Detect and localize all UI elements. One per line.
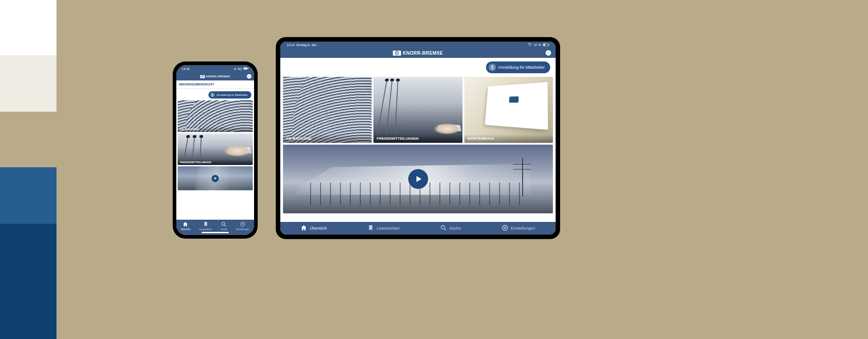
brand-name: KNORR-BREMSE [206,75,230,78]
svg-point-16 [548,52,548,53]
svg-point-6 [250,76,250,76]
tab-suche[interactable]: Suche [221,221,227,231]
tablet-tab-bar: Übersicht Lesezeichen Suche Einstellunge… [280,222,556,235]
phone-app-header: KNORR-BREMSE [176,72,254,80]
tile-woerterbuch[interactable]: WÖRTERBUCH [464,77,553,143]
tab-lesezeichen[interactable]: Lesezeichen [368,225,400,232]
svg-point-8 [222,222,225,226]
tablet-app-header: KNORR-BREMSE [280,48,556,58]
login-row: Anmeldung für Mitarbeiter [282,58,554,77]
tile-pressemitteilungen[interactable]: PRESSEMITTEILUNGEN [178,133,253,165]
home-icon [301,225,307,232]
tab-label: Suche [221,228,227,231]
svg-point-18 [491,66,493,67]
battery-icon [543,43,549,47]
brand-logo-icon [509,96,519,103]
tile-kb-magazine[interactable]: KB MAGAZINE [178,100,253,132]
tablet-content: Anmeldung für Mitarbeiter KB MAGAZINE PR… [280,58,556,222]
tablet-status-date: Montag 8. Jan. [296,43,317,47]
tile-pressemitteilungen[interactable]: PRESSEMITTEILUNGEN [373,77,462,143]
svg-point-10 [529,45,530,46]
svg-point-19 [512,98,516,101]
svg-point-20 [441,226,445,229]
tile-label: WÖRTERBUCH [464,134,553,143]
tile-video[interactable] [283,145,553,213]
tab-label: Übersicht [181,228,190,231]
phone-content: MEDIENÜBERSICHT Anmeldung für Mitarbeite… [176,80,254,220]
login-row: Anmeldung für Mitarbeiter [176,89,254,100]
login-label: Anmeldung für Mitarbeiter [217,94,248,96]
tablet-status-bar: 13:14 Montag 8. Jan. 37 % [280,42,556,48]
tab-label: Einstellungen [511,226,535,231]
bg-block-blue-dark [0,224,57,339]
phone-status-signal-icon: ııl [234,67,236,71]
phone-status-bar: 14:16 ııl 5G [176,65,254,72]
tablet-device-frame: 13:14 Montag 8. Jan. 37 % KNORR-BREMSE A… [276,37,560,239]
phone-tab-bar: Übersicht Lesezeichen Suche Einstellunge… [176,220,254,235]
tile-video[interactable] [178,166,253,190]
tab-lesezeichen[interactable]: Lesezeichen [199,221,212,231]
brand-logo: KNORR-BREMSE [393,51,443,56]
settings-icon [502,225,508,232]
phone-screen: 14:16 ııl 5G KNORR-BREMSE MEDIENÜBERSICH… [176,65,254,235]
wifi-icon [528,43,532,47]
brand-logo-icon [200,75,205,78]
brand-logo: KNORR-BREMSE [200,75,230,78]
play-icon [408,169,428,189]
search-icon [221,221,226,227]
tablet-screen: 13:14 Montag 8. Jan. 37 % KNORR-BREMSE A… [280,42,556,235]
tile-label: PRESSEMITTEILUNGEN [178,160,253,165]
tab-uebersicht[interactable]: Übersicht [301,225,327,232]
svg-rect-13 [548,44,549,45]
svg-rect-2 [248,68,248,69]
svg-rect-1 [244,68,247,69]
tab-label: Lesezeichen [377,226,400,231]
more-button[interactable] [546,50,551,56]
phone-status-network: 5G [238,67,242,71]
employee-login-button[interactable]: Anmeldung für Mitarbeiter [208,91,251,99]
user-icon [210,93,215,97]
tablet-status-battery: 37 % [534,43,541,47]
tab-label: Lesezeichen [199,228,212,231]
phone-device-frame: 14:16 ııl 5G KNORR-BREMSE MEDIENÜBERSICH… [173,61,258,239]
svg-point-22 [504,227,506,229]
bg-block-blue-mid [0,167,57,224]
tile-kb-magazine[interactable]: KB MAGAZINE [283,77,372,143]
battery-icon [243,67,249,71]
brand-logo-icon [393,51,401,56]
tile-label: KB MAGAZINE [283,134,372,143]
user-icon [489,64,496,71]
tab-einstellungen[interactable]: Einstellungen [236,221,250,231]
svg-point-7 [212,94,213,95]
home-icon [183,221,188,227]
svg-point-5 [249,76,249,76]
phone-status-time: 14:16 [182,67,190,71]
settings-icon [240,221,245,227]
tab-label: Einstellungen [236,228,250,231]
section-title: MEDIENÜBERSICHT [176,80,254,89]
more-button[interactable] [247,74,251,79]
tab-suche[interactable]: Suche [440,225,461,232]
tab-uebersicht[interactable]: Übersicht [181,221,190,231]
tile-label: PRESSEMITTEILUNGEN [373,134,462,143]
login-label: Anmeldung für Mitarbeiter [498,65,545,70]
svg-rect-12 [543,44,545,46]
svg-point-4 [248,76,249,76]
tab-label: Übersicht [310,226,327,231]
svg-point-15 [547,52,547,53]
svg-point-17 [549,52,549,53]
brand-name: KNORR-BREMSE [403,51,443,56]
play-icon [212,175,219,182]
search-icon [440,225,447,232]
tablet-tile-grid: KB MAGAZINE PRESSEMITTEILUNGEN WÖRTERBUC… [282,77,554,143]
tab-einstellungen[interactable]: Einstellungen [502,225,535,232]
employee-login-button[interactable]: Anmeldung für Mitarbeiter [486,61,550,73]
tab-label: Suche [449,226,461,231]
bookmark-icon [368,225,374,232]
tablet-status-time: 13:14 [287,43,295,47]
tile-label: KB MAGAZINE [178,127,253,132]
bg-block-cream [0,55,57,112]
bg-block-white [0,0,57,55]
bookmark-icon [203,221,208,227]
